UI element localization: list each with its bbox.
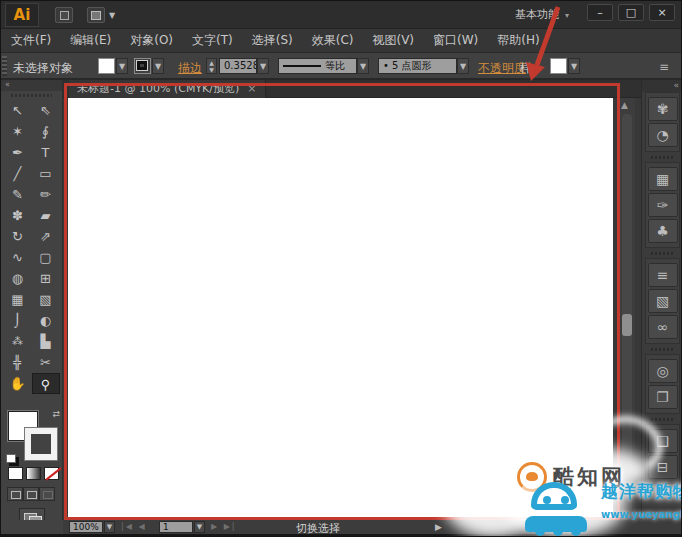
document-tab[interactable]: 未标题-1 @ 100% (CMYK/预览)× (69, 80, 266, 98)
scrollbar-thumb[interactable] (622, 314, 632, 336)
artboard-caret-icon[interactable]: ▼ (194, 521, 205, 533)
menu-object[interactable]: 对象(O) (130, 32, 173, 49)
brush-definition-select[interactable]: • 5 点圆形 (378, 58, 457, 74)
menu-file[interactable]: 文件(F) (11, 32, 51, 49)
stroke-color-swatch[interactable] (134, 58, 151, 74)
gradient-button[interactable] (26, 467, 41, 480)
panel-transparency-icon[interactable]: ∞ (648, 315, 678, 339)
tool-selection[interactable]: ↖ (4, 100, 32, 121)
tool-scale[interactable]: ⇗ (32, 226, 60, 247)
maximize-button[interactable]: □ (618, 4, 644, 21)
tool-lasso[interactable]: ∮ (32, 121, 60, 142)
panel-color-icon[interactable]: ✾ (648, 97, 678, 121)
tool-gradient[interactable]: ▧ (32, 289, 60, 310)
stroke-proxy-swatch[interactable] (25, 428, 57, 460)
tool-free-transform[interactable]: ▢ (32, 247, 60, 268)
dock-expand-icon[interactable]: « (642, 80, 682, 92)
tool-blend[interactable]: ◐ (32, 310, 60, 331)
color-button[interactable] (8, 467, 23, 480)
bridge-icon[interactable] (55, 7, 73, 23)
panel-stroke-icon[interactable]: ≡ (648, 263, 678, 287)
grip-icon[interactable] (2, 56, 7, 76)
swap-fill-stroke-icon[interactable]: ⇄ (52, 409, 60, 419)
tool-hand[interactable]: ✋ (4, 373, 32, 394)
tab-close-icon[interactable]: × (247, 82, 256, 95)
opacity-panel-link[interactable]: 不透明度 (478, 60, 526, 77)
menu-view[interactable]: 视图(V) (372, 32, 414, 49)
menu-edit[interactable]: 编辑(E) (70, 32, 111, 49)
tool-magic-wand[interactable]: ✶ (4, 121, 32, 142)
style-swatch[interactable] (550, 58, 567, 74)
style-caret-icon[interactable]: ▼ (568, 58, 580, 74)
dock-drag-handle[interactable] (651, 154, 674, 160)
tools-collapse-icon[interactable]: « (1, 80, 62, 91)
workspace-switcher[interactable]: 基本功能▾ (515, 7, 569, 22)
tool-perspective-grid[interactable]: ⊞ (32, 268, 60, 289)
tool-paintbrush[interactable]: ✎ (4, 184, 32, 205)
panel-gradient-icon[interactable]: ▧ (648, 289, 678, 313)
tool-blob-brush[interactable]: ✽ (4, 205, 32, 226)
tool-direct-selection[interactable]: ⇖ (32, 100, 60, 121)
tool-pen[interactable]: ✒ (4, 142, 32, 163)
zoom-level-input[interactable]: 100% (69, 521, 103, 533)
artboard-first-prev-icons[interactable]: |◀ ◀ (121, 522, 147, 531)
tool-slice[interactable]: ✂ (32, 352, 60, 373)
zoom-caret-icon[interactable]: ▼ (104, 521, 115, 533)
tool-pencil[interactable]: ✏ (32, 184, 60, 205)
brush-caret-icon[interactable]: ▼ (457, 58, 469, 74)
tool-width[interactable]: ∿ (4, 247, 32, 268)
close-button[interactable]: × (649, 4, 675, 21)
menu-window[interactable]: 窗口(W) (433, 32, 478, 49)
profile-caret-icon[interactable]: ▼ (357, 58, 369, 74)
tool-line-segment[interactable]: ╱ (4, 163, 32, 184)
status-expand-icon[interactable]: ▶ (435, 522, 442, 532)
artboard-number-input[interactable]: 1 (159, 521, 193, 533)
default-fill-stroke-icon[interactable] (6, 454, 16, 463)
step-up-icon[interactable]: ▲ (209, 59, 214, 66)
dock-drag-handle[interactable] (651, 346, 674, 352)
scroll-up-icon[interactable]: ▲ (621, 100, 628, 110)
fill-caret-icon[interactable]: ▼ (116, 58, 128, 74)
tool-column-graph[interactable]: ▙ (32, 331, 60, 352)
stroke-panel-link[interactable]: 描边 (178, 60, 202, 77)
tool-eyedropper[interactable]: ⌡ (4, 310, 32, 331)
arrange-documents-icon[interactable] (87, 7, 105, 23)
panel-swatches-icon[interactable]: ▦ (648, 167, 678, 191)
panel-color-guide-icon[interactable]: ◔ (648, 123, 678, 147)
tool-type[interactable]: T (32, 142, 60, 163)
tool-shape-builder[interactable]: ◍ (4, 268, 32, 289)
menu-select[interactable]: 选择(S) (252, 32, 293, 49)
panel-brushes-icon[interactable]: ✑ (648, 193, 678, 217)
dock-drag-handle[interactable] (651, 416, 674, 422)
tool-rotate[interactable]: ↻ (4, 226, 32, 247)
tool-mesh[interactable]: ▦ (4, 289, 32, 310)
menu-help[interactable]: 帮助(H) (497, 32, 539, 49)
none-button[interactable] (44, 467, 59, 480)
stroke-weight-input[interactable]: 0.3528 (219, 58, 257, 74)
draw-normal-button[interactable] (7, 487, 23, 501)
tool-zoom[interactable]: ⚲ (32, 373, 60, 394)
arrange-caret-icon[interactable]: ▼ (109, 11, 115, 20)
panel-graphic-styles-icon[interactable]: ❐ (648, 385, 678, 409)
menu-effect[interactable]: 效果(C) (312, 32, 354, 49)
tools-drag-handle[interactable] (11, 92, 52, 99)
tool-eraser[interactable]: ▰ (32, 205, 60, 226)
stroke-weight-stepper[interactable]: ▲ ▼ (206, 58, 217, 74)
width-profile-select[interactable]: 等比 (278, 58, 357, 74)
artboard-next-last-icons[interactable]: ▶ ▶| (211, 522, 237, 531)
panel-symbols-icon[interactable]: ♣ (648, 219, 678, 243)
stroke-weight-caret-icon[interactable]: ▼ (257, 58, 269, 74)
step-down-icon[interactable]: ▼ (209, 66, 214, 73)
fill-color-swatch[interactable] (98, 58, 115, 74)
dock-drag-handle[interactable] (651, 250, 674, 256)
control-panel-menu-icon[interactable]: ≡ (659, 60, 669, 74)
draw-inside-button[interactable] (39, 487, 55, 501)
tool-artboard[interactable]: ╬ (4, 352, 32, 373)
tool-symbol-sprayer[interactable]: ⁂ (4, 331, 32, 352)
panel-appearance-icon[interactable]: ◎ (648, 359, 678, 383)
stroke-caret-icon[interactable]: ▼ (152, 58, 164, 74)
menu-type[interactable]: 文字(T) (192, 32, 233, 49)
minimize-button[interactable]: – (587, 4, 613, 21)
app-logo[interactable]: Ai (5, 3, 39, 27)
tool-rectangle[interactable]: ▭ (32, 163, 60, 184)
